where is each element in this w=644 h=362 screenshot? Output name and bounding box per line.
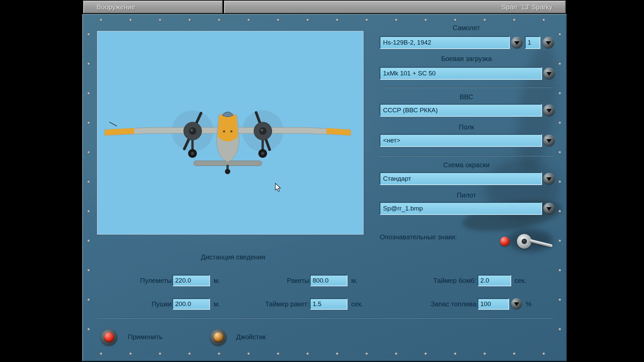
aircraft-front-view-image [97,31,363,234]
chevron-down-icon [546,109,552,113]
markings-label: Опознавательные знаки: [380,233,457,241]
rockets-label: Ракеты [255,277,309,285]
aircraft-count-input[interactable] [525,36,540,49]
tab-armament-label: Вооружение [97,3,135,11]
pilot-section-label: Пилот [380,191,553,199]
aircraft-count-arrow-button[interactable] [543,37,554,48]
regiment-select-arrow-button[interactable] [543,135,555,146]
airforce-select[interactable]: СССР (ВВС РККА) [380,104,542,117]
airforce-select-arrow-button[interactable] [543,105,555,116]
player-name-label: Sparr '13' Sparky [501,3,552,11]
rockets-unit: м. [351,277,358,285]
rivet-border-top [86,17,563,22]
switch-red-knob-icon [500,237,509,246]
aircraft-select[interactable]: Hs-129B-2, 1942 [380,36,510,49]
apply-label: Применить [128,333,162,341]
machineguns-input[interactable] [172,275,210,286]
convergence-title: Дистанция сведения [147,253,319,261]
fuel-unit: % [526,300,532,308]
regiment-select-value: <нет> [383,137,400,144]
section-divider [380,87,553,88]
aircraft-section-label: Самолет [380,24,553,32]
fuel-arrow-button[interactable] [511,298,522,309]
chevron-down-icon [546,207,552,211]
joystick-button[interactable] [210,329,226,345]
fuel-input[interactable] [478,298,509,310]
chevron-down-icon [546,41,551,45]
chevron-down-icon [546,177,552,181]
joystick-label: Джойстик [236,333,266,341]
rockets-input[interactable] [310,275,347,286]
loadout-select-value: 1xMk 101 + SC 50 [383,70,436,77]
amber-pushbutton-icon [213,332,223,342]
chevron-down-icon [546,139,552,143]
airforce-select-value: СССР (ВВС РККА) [383,107,438,114]
paint-scheme-select[interactable]: Стандарт [380,172,542,185]
paint-scheme-select-arrow-button[interactable] [543,173,555,184]
rocket-timer-unit: сек. [351,300,363,308]
pilot-select-arrow-button[interactable] [543,203,555,214]
aircraft-select-arrow-button[interactable] [511,37,523,48]
loadout-select-arrow-button[interactable] [543,68,555,79]
rivet-border-left [86,19,91,351]
top-bar: Вооружение Sparr '13' Sparky [82,0,567,14]
apply-button[interactable] [101,329,117,345]
airforce-section-label: ВВС [380,93,553,101]
player-name-bar: Sparr '13' Sparky [224,1,566,13]
rocket-timer-input[interactable] [310,298,347,310]
section-divider [380,156,553,156]
rocket-timer-label: Таймер ракет: [255,300,309,308]
paint-scheme-select-value: Стандарт [383,175,411,182]
red-pushbutton-icon [104,332,114,342]
machineguns-label: Пулеметы [117,277,172,285]
fuel-label: Запас топлива [420,300,476,308]
footer-divider [97,318,553,318]
markings-toggle-switch[interactable] [498,228,557,254]
paint-scheme-section-label: Схема окраски [380,161,553,169]
rivet-border-bottom [86,351,563,356]
aircraft-preview [97,31,364,235]
cannons-unit: м. [214,300,220,308]
chevron-down-icon [514,41,520,45]
regiment-section-label: Полк [380,123,553,131]
pilot-select[interactable]: Sp@rr_1.bmp [380,202,542,215]
il2-armament-screen: Вооружение Sparr '13' Sparky [0,0,644,362]
tab-armament[interactable]: Вооружение [83,1,223,13]
aircraft-select-value: Hs-129B-2, 1942 [383,39,431,46]
bomb-timer-unit: сек. [515,277,526,285]
main-panel: Самолет Hs-129B-2, 1942 Боевая загрузка … [82,14,567,361]
bomb-timer-input[interactable] [478,275,511,286]
loadout-section-label: Боевая загрузка [380,55,553,63]
chevron-down-icon [514,302,519,306]
cannons-input[interactable] [172,298,210,310]
bomb-timer-label: Таймер бомб: [420,277,476,285]
loadout-select[interactable]: 1xMk 101 + SC 50 [380,67,542,80]
machineguns-unit: м. [214,277,220,285]
chevron-down-icon [546,72,552,76]
cannons-label: Пушки [117,300,172,308]
rivet-border-right [557,19,562,351]
regiment-select[interactable]: <нет> [380,134,542,147]
pilot-select-value: Sp@rr_1.bmp [383,205,423,212]
